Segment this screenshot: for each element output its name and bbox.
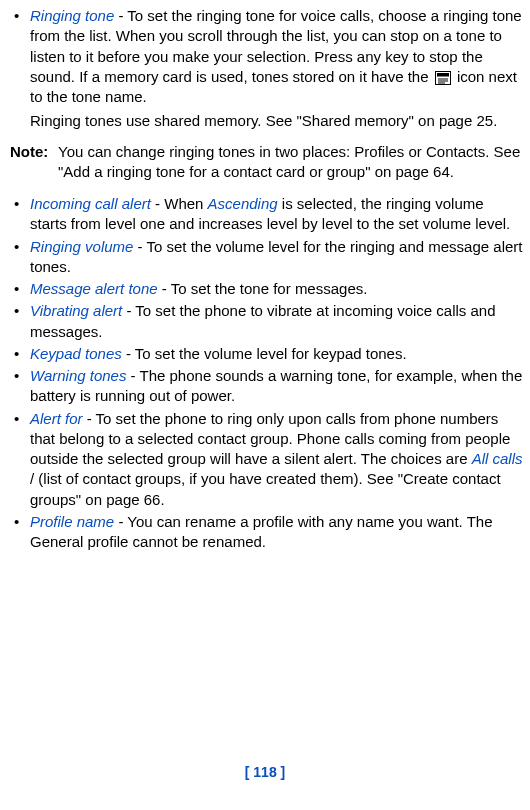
list-item: Profile name - You can rename a profile …: [10, 512, 524, 553]
term-ringing-tone: Ringing tone: [30, 7, 114, 24]
list-item: Message alert tone - To set the tone for…: [10, 279, 524, 299]
term-vibrating-alert: Vibrating alert: [30, 302, 122, 319]
body-text: - To set the tone for messages.: [158, 280, 368, 297]
term-all-calls: All calls: [472, 450, 523, 467]
bullet-list-main: Incoming call alert - When Ascending is …: [10, 194, 524, 552]
note-body: You can change ringing tones in two plac…: [58, 143, 520, 180]
list-item: Vibrating alert - To set the phone to vi…: [10, 301, 524, 342]
list-item: Incoming call alert - When Ascending is …: [10, 194, 524, 235]
list-item: Alert for - To set the phone to ring onl…: [10, 409, 524, 510]
term-keypad-tones: Keypad tones: [30, 345, 122, 362]
shared-memory-note: Ringing tones use shared memory. See "Sh…: [10, 111, 524, 131]
note-label: Note:: [10, 142, 48, 162]
term-ascending: Ascending: [208, 195, 278, 212]
page-number: [ 118 ]: [0, 763, 530, 782]
body-text: - When: [151, 195, 208, 212]
list-item: Keypad tones - To set the volume level f…: [10, 344, 524, 364]
note-block: Note: You can change ringing tones in tw…: [10, 142, 524, 183]
list-item: Warning tones - The phone sounds a warni…: [10, 366, 524, 407]
list-item: Ringing tone - To set the ringing tone f…: [10, 6, 524, 107]
term-incoming-call-alert: Incoming call alert: [30, 195, 151, 212]
body-text: - To set the phone to ring only upon cal…: [30, 410, 510, 468]
term-profile-name: Profile name: [30, 513, 114, 530]
svg-rect-1: [437, 73, 449, 77]
body-text: / (list of contact groups, if you have c…: [30, 470, 501, 507]
memory-card-icon: [435, 71, 451, 85]
term-alert-for: Alert for: [30, 410, 83, 427]
term-warning-tones: Warning tones: [30, 367, 126, 384]
body-text: - To set the volume level for keypad ton…: [122, 345, 407, 362]
list-item: Ringing volume - To set the volume level…: [10, 237, 524, 278]
term-message-alert-tone: Message alert tone: [30, 280, 158, 297]
bullet-list-top: Ringing tone - To set the ringing tone f…: [10, 6, 524, 107]
term-ringing-volume: Ringing volume: [30, 238, 133, 255]
